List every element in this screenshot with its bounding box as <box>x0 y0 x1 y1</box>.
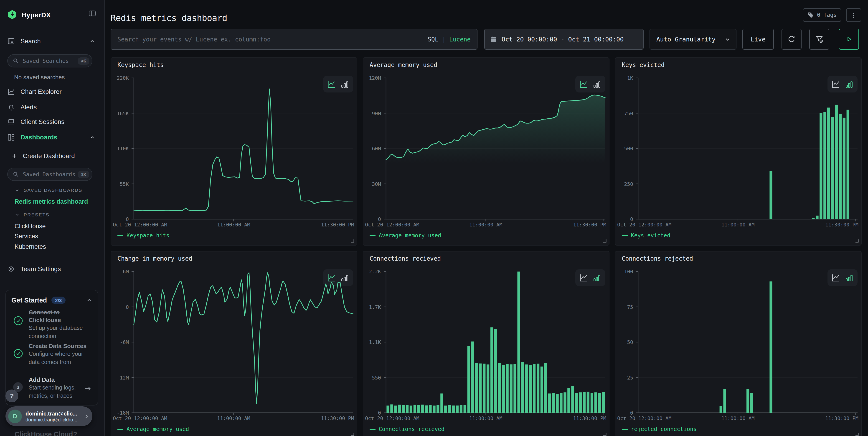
help-button[interactable]: ? <box>5 389 18 402</box>
create-dashboard-button[interactable]: Create Dashboard <box>0 150 104 162</box>
collapse-sidebar-button[interactable] <box>88 9 96 17</box>
y-axis-label: 0 <box>111 216 129 222</box>
y-axis-label: 60M <box>363 146 381 152</box>
get-started-title: Get Started <box>11 297 47 304</box>
sidebar-item-alerts[interactable]: Alerts <box>0 101 104 113</box>
sidebar-item-dashboards[interactable]: Dashboards <box>0 131 104 143</box>
legend-swatch <box>370 429 375 430</box>
resize-handle[interactable] <box>854 238 859 243</box>
sidebar-item-chart-explorer[interactable]: Chart Explorer <box>0 86 104 97</box>
chevron-right-icon <box>83 413 90 419</box>
y-axis-label: 2.2K <box>363 269 381 275</box>
chevron-up-icon <box>89 38 95 44</box>
resize-handle[interactable] <box>602 432 607 436</box>
search-icon <box>13 58 19 64</box>
chevron-up-icon[interactable] <box>86 297 92 303</box>
saved-dashboards-section-header[interactable]: SAVED DASHBOARDS <box>14 187 82 193</box>
presets-section-header[interactable]: PRESETS <box>14 212 50 217</box>
sidebar-item-redis-dashboard[interactable]: Redis metrics dashboard <box>14 198 88 205</box>
step-title: Create Data Sources <box>29 342 93 350</box>
x-axis-label: 11:30:00 PM <box>573 415 606 422</box>
chart-tile-connections-rejected: Connections rejected1007550250Oct 20 12:… <box>615 251 862 436</box>
get-started-step-add-data[interactable]: 3 Add Data Start sending logs, metrics, … <box>12 376 93 400</box>
date-range-button[interactable]: Oct 20 00:00:00 - Oct 21 00:00:00 <box>484 29 644 50</box>
legend-label: Average memory used <box>127 426 189 432</box>
gear-icon <box>7 265 15 273</box>
resize-handle[interactable] <box>350 238 354 243</box>
get-started-step-sources[interactable]: Create Data Sources Configure where your… <box>12 342 93 366</box>
create-dashboard-label: Create Dashboard <box>23 152 75 159</box>
resize-handle[interactable] <box>350 432 354 436</box>
events-search-input[interactable] <box>111 29 477 49</box>
hyperdx-logo-icon <box>7 9 17 20</box>
chart-tile-average-memory-used: Average memory used120M90M60M30M0Oct 20 … <box>363 57 610 245</box>
legend-label: rejected connections <box>631 426 696 432</box>
resize-handle[interactable] <box>602 238 607 243</box>
chevron-down-icon <box>14 187 20 193</box>
sidebar-item-team-settings[interactable]: Team Settings <box>0 263 104 275</box>
live-button[interactable]: Live <box>742 29 774 50</box>
filter-button[interactable] <box>809 29 829 50</box>
y-axis-label: 165K <box>111 111 129 116</box>
y-axis-label: 1K <box>615 75 633 81</box>
saved-searches-input[interactable]: Saved Searches ⌘K <box>7 54 92 67</box>
sidebar-item-label: Dashboards <box>21 134 57 141</box>
legend-swatch <box>118 235 123 236</box>
y-axis-label: 6M <box>111 269 129 275</box>
section-label: SAVED DASHBOARDS <box>24 187 82 193</box>
refresh-button[interactable] <box>781 29 802 50</box>
chevron-down-icon <box>724 36 731 42</box>
plot-keyspace-hits[interactable] <box>131 76 359 225</box>
chevron-up-icon <box>89 134 95 140</box>
y-axis-label: -6M <box>111 340 129 345</box>
x-axis-label: 11:00:00 AM <box>450 415 522 422</box>
shortcut-badge: ⌘K <box>78 171 89 178</box>
y-axis-label: 90M <box>363 111 381 116</box>
sidebar-item-clickhouse-preset[interactable]: ClickHouse <box>14 223 46 230</box>
resize-handle[interactable] <box>854 432 859 436</box>
user-email: dominic.tran@clickho... <box>26 417 83 422</box>
step-desc: Configure where your data comes from <box>29 350 93 366</box>
saved-dashboards-input[interactable]: Saved Dashboards ⌘K <box>7 168 92 181</box>
plot-keys-evicted[interactable] <box>636 76 863 225</box>
sql-mode-toggle[interactable]: SQL <box>428 36 438 42</box>
plus-icon <box>11 153 17 159</box>
avatar: D <box>8 409 22 423</box>
run-query-button[interactable] <box>839 29 859 50</box>
more-menu-button[interactable] <box>846 8 861 22</box>
x-axis-label: Oct 20 12:00:00 AM <box>617 222 671 228</box>
legend-swatch <box>622 429 628 430</box>
plot-connections-recieved[interactable] <box>383 270 611 418</box>
plot-connections-rejected[interactable] <box>636 270 863 418</box>
y-axis-label: 0 <box>363 216 381 222</box>
plot-change-in-memory-used[interactable] <box>131 270 359 418</box>
y-axis-label: 55K <box>111 181 129 187</box>
dashboards-grid-icon <box>7 133 15 141</box>
section-label: PRESETS <box>24 212 50 217</box>
sidebar-item-kubernetes-preset[interactable]: Kubernetes <box>14 243 46 250</box>
legend-label: Keys evicted <box>631 232 670 239</box>
plot-average-memory-used[interactable] <box>383 76 611 225</box>
x-axis-label: 11:30:00 PM <box>573 222 606 228</box>
progress-badge: 2/3 <box>52 297 65 304</box>
charts-grid: Keyspace hits220K165K110K55K0Oct 20 12:0… <box>111 57 862 436</box>
sidebar-item-client-sessions[interactable]: Client Sessions <box>0 116 104 127</box>
chart-tile-keys-evicted: Keys evicted1K7505002500Oct 20 12:00:00 … <box>615 57 862 245</box>
y-axis-label: 750 <box>615 111 633 116</box>
legend-swatch <box>622 235 628 236</box>
app-window: HyperDX Search Saved Searches ⌘K No save… <box>0 0 868 436</box>
controls-row: SQL | Lucene Oct 20 00:00:00 - Oct 21 00… <box>104 29 868 50</box>
x-axis-label: 11:00:00 AM <box>197 222 270 228</box>
refresh-icon <box>787 35 796 43</box>
x-axis-label: 11:30:00 PM <box>321 415 354 422</box>
sidebar-item-services-preset[interactable]: Services <box>14 233 38 240</box>
sidebar-item-search[interactable]: Search <box>0 35 104 47</box>
tags-button[interactable]: 0 Tags <box>803 8 841 22</box>
granularity-label: Auto Granularity <box>656 35 715 43</box>
lucene-mode-toggle[interactable]: Lucene <box>449 36 471 42</box>
granularity-select[interactable]: Auto Granularity <box>650 29 737 50</box>
date-range-label: Oct 20 00:00:00 - Oct 21 00:00:00 <box>502 35 624 43</box>
get-started-step-connect[interactable]: Connect to ClickHouse Set up your databa… <box>12 309 93 340</box>
user-menu[interactable]: D dominic.tran@clic... dominic.tran@clic… <box>5 406 92 426</box>
user-name: dominic.tran@clic... <box>26 410 83 417</box>
